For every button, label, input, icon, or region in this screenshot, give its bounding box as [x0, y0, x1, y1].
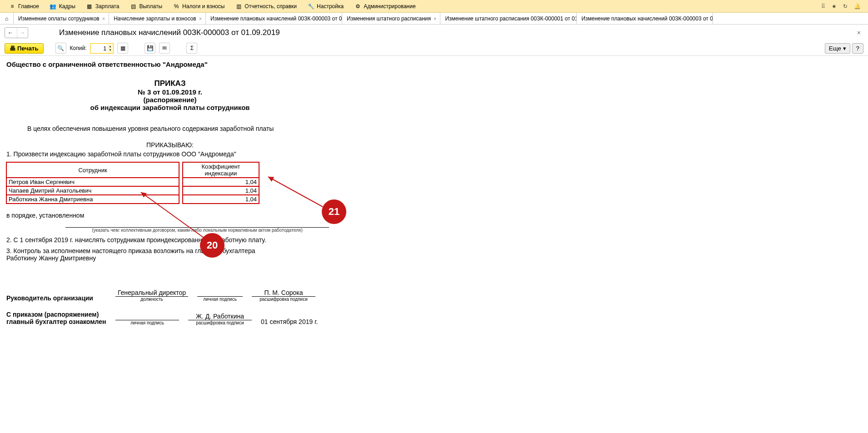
- wallet-icon: ▤: [130, 3, 136, 10]
- tab-label: Изменение плановых начислений 00ЗК-00000…: [581, 15, 713, 22]
- more-label: Еще: [829, 45, 841, 52]
- ack-date: 01 сентября 2019 г.: [261, 318, 318, 325]
- menu-kadry[interactable]: 👥Кадры: [45, 0, 81, 12]
- menu-nalogi-label: Налоги и взносы: [182, 3, 224, 10]
- svg-line-0: [268, 177, 323, 207]
- menu-nastroika-label: Настройка: [317, 3, 344, 10]
- close-page-button[interactable]: ×: [857, 29, 863, 36]
- tab-5[interactable]: Изменение плановых начислений 00ЗК-00000…: [577, 13, 713, 24]
- help-button[interactable]: ?: [852, 43, 863, 54]
- tab-4[interactable]: Изменение штатного расписания 00ЗК-00000…: [440, 13, 577, 24]
- sum-button[interactable]: Σ: [186, 43, 197, 54]
- menu-main-label: Главное: [18, 3, 39, 10]
- table-row: Петров Иван Сергеевич 1,04: [6, 178, 259, 186]
- print-icon: 🖶: [10, 45, 15, 52]
- table-icon: ▦: [120, 45, 125, 51]
- close-icon[interactable]: ×: [102, 16, 105, 21]
- tab-label: Изменение плановых начислений 00ЗК-00000…: [210, 15, 342, 22]
- forward-button[interactable]: →: [17, 28, 28, 38]
- tab-3[interactable]: Изменения штатного расписания×: [342, 13, 440, 24]
- toolbar: 🖶Печать 🔍 Копий: ▲▼ ▦ 💾 ✉ Σ Еще ▾ ?: [0, 41, 868, 56]
- apps-icon[interactable]: ⠿: [821, 3, 825, 10]
- sig-sub2: личная подпись: [115, 320, 179, 325]
- menu-zarplata[interactable]: ▦Зарплата: [81, 0, 125, 12]
- print-label: Печать: [17, 45, 39, 52]
- home-tab[interactable]: ⌂: [0, 13, 14, 24]
- tab-0[interactable]: Изменение оплаты сотрудников×: [14, 13, 109, 24]
- preview-button[interactable]: 🔍: [55, 43, 66, 54]
- menu-vyplaty[interactable]: ▤Выплаты: [125, 0, 168, 12]
- copies-label: Копий:: [70, 45, 87, 51]
- export-button[interactable]: ▦: [117, 43, 128, 54]
- tab-label: Начисление зарплаты и взносов: [114, 15, 196, 22]
- star-icon[interactable]: ★: [832, 3, 837, 10]
- nav-buttons: ← →: [5, 27, 28, 38]
- history-icon[interactable]: ↻: [843, 3, 848, 10]
- item-2: 2. С 1 сентября 2019 г. начислять сотруд…: [6, 236, 862, 244]
- bell-icon[interactable]: 🔔: [854, 3, 861, 10]
- item-1: 1. Произвести индексацию заработной плат…: [6, 150, 862, 158]
- menu-main[interactable]: ≡Главное: [4, 0, 45, 12]
- close-icon[interactable]: ×: [199, 16, 202, 21]
- after-table-text: в порядке, установленном: [6, 212, 862, 219]
- name-sub2: расшифровка подписи: [188, 320, 252, 325]
- home-icon: ⌂: [5, 15, 8, 22]
- save-button[interactable]: 💾: [145, 43, 155, 54]
- spinner[interactable]: ▲▼: [107, 45, 113, 52]
- employee-name: Чапаев Дмитрий Анатольевич: [6, 186, 179, 195]
- callout-21: 21: [322, 199, 346, 224]
- signatures: Руководитель организации Генеральный дир…: [6, 289, 862, 325]
- menu-otchet[interactable]: ▥Отчетность, справки: [230, 0, 302, 12]
- indexation-table: Сотрудник Коэффициент индексации Петров …: [6, 162, 259, 204]
- table-header-coef: Коэффициент индексации: [183, 162, 259, 178]
- doc-icon: ▥: [235, 3, 242, 10]
- copies-stepper[interactable]: ▲▼: [90, 43, 114, 54]
- table-row: Чапаев Дмитрий Анатольевич 1,04: [6, 186, 259, 195]
- tab-2[interactable]: Изменение плановых начислений 00ЗК-00000…: [206, 13, 342, 24]
- tab-1[interactable]: Начисление зарплаты и взносов×: [109, 13, 206, 24]
- tabs-bar: ⌂ Изменение оплаты сотрудников× Начислен…: [0, 13, 868, 25]
- employee-coef: 1,04: [183, 178, 259, 186]
- menu-icon: ≡: [9, 3, 15, 10]
- main-menu: ≡Главное 👥Кадры ▦Зарплата ▤Выплаты %Нало…: [0, 0, 868, 13]
- print-button[interactable]: 🖶Печать: [5, 43, 44, 54]
- note-line: (указать чем: коллективным договором, ка…: [65, 227, 329, 233]
- menu-kadry-label: Кадры: [59, 3, 75, 10]
- item-3-line2: Работкину Жанну Дмитриевну: [6, 254, 96, 262]
- company-name: Общество с ограниченной ответственностью…: [6, 60, 862, 68]
- order-title: ПРИКАЗ: [6, 79, 334, 88]
- back-button[interactable]: ←: [5, 28, 16, 38]
- order-header: ПРИКАЗ № 3 от 01.09.2019 г. (распоряжени…: [6, 79, 334, 111]
- tab-label: Изменение оплаты сотрудников: [18, 15, 100, 22]
- order-subtitle: (распоряжение): [6, 96, 334, 104]
- tab-label: Изменения штатного расписания: [347, 15, 431, 22]
- magnifier-icon: 🔍: [57, 45, 64, 51]
- close-icon[interactable]: ×: [434, 16, 436, 21]
- mail-button[interactable]: ✉: [159, 43, 170, 54]
- tab-label: Изменение штатного расписания 00ЗК-00000…: [445, 15, 577, 22]
- menu-vyplaty-label: Выплаты: [139, 3, 162, 10]
- order-purpose: В целях обеспечения повышения уровня реа…: [27, 125, 862, 132]
- order-about: об индексации заработной платы сотрудник…: [6, 104, 334, 111]
- pos-sub: должность: [115, 296, 188, 302]
- employee-name: Петров Иван Сергеевич: [6, 178, 179, 186]
- wrench-icon: 🔧: [308, 3, 314, 10]
- item-3: 3. Контроль за исполнением настоящего пр…: [6, 247, 862, 262]
- percent-icon: %: [173, 3, 180, 10]
- gear-icon: ⚙: [354, 3, 361, 10]
- content-header: ← → Изменение плановых начислений 00ЗК-0…: [0, 25, 868, 41]
- head-name: П. М. Сорока: [252, 289, 315, 296]
- menu-nalogi[interactable]: %Налоги и взносы: [168, 0, 230, 12]
- more-button[interactable]: Еще ▾: [825, 43, 850, 54]
- copies-input[interactable]: [91, 44, 107, 53]
- prikazyvayu: ПРИКАЗЫВАЮ:: [6, 141, 334, 149]
- table-row: Работкина Жанна Дмитриевна 1,04: [6, 195, 259, 204]
- table-header-employee: Сотрудник: [6, 162, 179, 178]
- menu-nastroika[interactable]: 🔧Настройка: [302, 0, 349, 12]
- ack-name: Ж. Д. Работкина: [188, 313, 252, 320]
- employee-coef: 1,04: [183, 195, 259, 204]
- menu-admin[interactable]: ⚙Администрирование: [349, 0, 421, 12]
- order-number: № 3 от 01.09.2019 г.: [6, 88, 334, 96]
- callout-20: 20: [200, 233, 224, 258]
- employee-name: Работкина Жанна Дмитриевна: [6, 195, 179, 204]
